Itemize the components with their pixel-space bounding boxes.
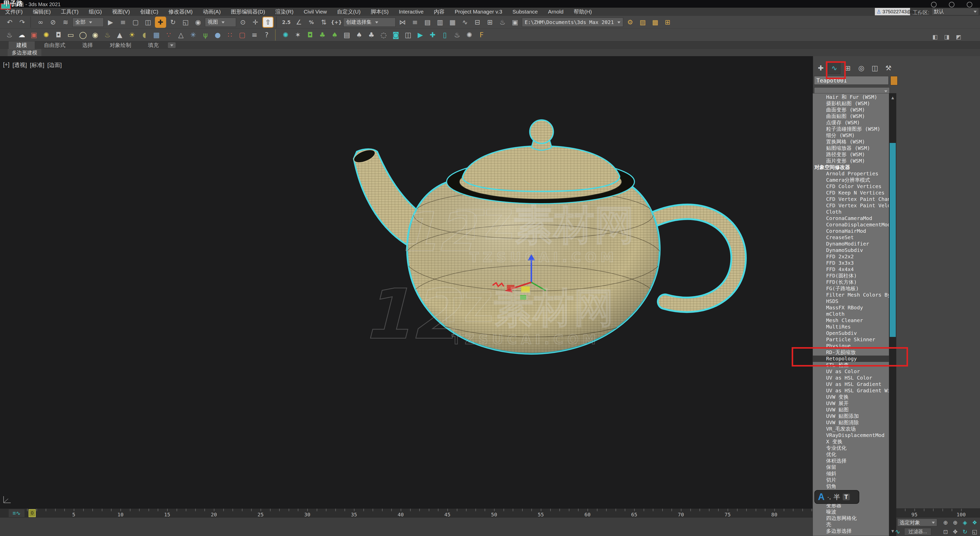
modifier-list-item[interactable]: 多边形选择: [813, 528, 889, 534]
pan-icon[interactable]: ✥: [951, 528, 959, 536]
viewport-label-segment[interactable]: [透视]: [13, 61, 27, 69]
modifier-list-item[interactable]: UVW 贴图清除: [813, 419, 889, 426]
zoom-all-icon[interactable]: ⊕: [951, 519, 959, 526]
modifier-list-item[interactable]: 切角: [813, 483, 889, 490]
select-place-icon[interactable]: ◉: [192, 17, 204, 28]
selected-objects-dropdown[interactable]: 选定对象: [897, 519, 937, 526]
menu-item[interactable]: 动画(A): [203, 8, 221, 15]
select-link-icon[interactable]: ∞: [35, 17, 46, 28]
cloud-icon[interactable]: ☁: [16, 30, 27, 40]
menu-item[interactable]: 创建(C): [140, 8, 158, 15]
modifier-list-item[interactable]: Particle Skinner: [813, 336, 889, 343]
modifier-list-item[interactable]: mCloth: [813, 311, 889, 317]
ref-coord-dropdown[interactable]: 视图: [205, 17, 236, 27]
modifier-list-item[interactable]: MultiRes: [813, 324, 889, 330]
modifier-list-item[interactable]: UV as HSL Gradient: [813, 381, 889, 388]
select-manipulate-icon[interactable]: ✛: [250, 17, 261, 28]
modifier-list-item[interactable]: CFD Vertex Paint Channel: [813, 196, 889, 202]
modifier-list-item[interactable]: 专业优化: [813, 445, 889, 451]
modifier-list-item[interactable]: X 变换: [813, 439, 889, 445]
orbit-icon[interactable]: ↻: [961, 528, 969, 536]
curve-toggle-icon[interactable]: ≡∿: [9, 509, 24, 517]
teapot-icon[interactable]: ♨: [4, 30, 15, 40]
modifier-list-item[interactable]: 噪波: [813, 509, 889, 515]
layout-1-icon[interactable]: ◧: [931, 33, 939, 40]
modifier-list-item[interactable]: FFD 2x2x2: [813, 253, 889, 260]
menu-item[interactable]: 自定义(U): [337, 8, 361, 15]
spinner-snap-icon[interactable]: ⇅: [318, 17, 329, 28]
window-crossing-icon[interactable]: ◫: [142, 17, 154, 28]
grass-icon[interactable]: ψ: [200, 30, 211, 40]
restore-button[interactable]: [949, 2, 955, 7]
render-preset-icon[interactable]: ⚙: [625, 17, 636, 28]
render-batch-icon[interactable]: ▨: [637, 17, 648, 28]
snap-25-icon[interactable]: 2.5: [281, 17, 292, 28]
ribbon-toggle-icon[interactable]: ▦: [447, 17, 458, 28]
time-slider[interactable]: 0: [29, 509, 36, 517]
bulb-teal-icon[interactable]: ✺: [280, 30, 291, 40]
ribbon-tab[interactable]: 填充: [140, 41, 166, 49]
object-name-field[interactable]: Teapot001: [814, 76, 889, 85]
screen-play-icon[interactable]: ▶: [415, 30, 426, 40]
modifier-list-item[interactable]: CFD Vertex Paint Velocity: [813, 202, 889, 209]
modifier-list-item[interactable]: UVW 贴图添加: [813, 413, 889, 419]
percent-snap-icon[interactable]: %: [306, 17, 317, 28]
render-setup-icon[interactable]: ♨: [497, 17, 508, 28]
modifier-list-item[interactable]: OpenSubdiv: [813, 330, 889, 336]
ime-toolbar[interactable]: A ·, 半 T: [815, 491, 859, 503]
modifier-list-item[interactable]: FFD 4x4x4: [813, 266, 889, 273]
modifier-list-item[interactable]: Camera分辨率模式: [813, 177, 889, 183]
rect-region-icon[interactable]: ▢: [130, 17, 141, 28]
lightbox-icon[interactable]: ▭: [65, 30, 76, 40]
named-selection-dropdown[interactable]: 创建选择集: [343, 17, 396, 27]
menu-item[interactable]: 组(G): [89, 8, 102, 15]
minimize-button[interactable]: [931, 2, 937, 7]
ime-skin-icon[interactable]: T: [843, 494, 850, 500]
modifier-list-item[interactable]: CoronaCameraMod: [813, 215, 889, 221]
select-by-name-icon[interactable]: ≡: [118, 17, 129, 28]
forest-icon[interactable]: ♠: [329, 30, 340, 40]
toolbar-separator[interactable]: [276, 17, 278, 28]
modifier-list-item[interactable]: 四边形网格化: [813, 515, 889, 522]
zoom-extents-icon[interactable]: ◈: [961, 519, 969, 526]
account-chip[interactable]: ♙ 375022743@q...: [875, 8, 910, 15]
modifier-list-item[interactable]: FFD 3x3x3: [813, 260, 889, 266]
modifier-list-item[interactable]: 细分 (WSM): [813, 132, 889, 138]
select-rotate-icon[interactable]: ↻: [167, 17, 179, 28]
sun-icon[interactable]: ☀: [127, 30, 137, 40]
modifier-list-item[interactable]: 体积选择: [813, 458, 889, 464]
camera-b-icon[interactable]: ◙: [390, 30, 401, 40]
scene-explorer-icon[interactable]: ▤: [422, 17, 433, 28]
quad-spheres-icon[interactable]: ∷: [224, 30, 235, 40]
modifier-list-item[interactable]: UVW 变换: [813, 394, 889, 400]
layout-2-icon[interactable]: ◨: [943, 33, 951, 40]
ring-icon[interactable]: ◌: [378, 30, 389, 40]
teapot2-icon[interactable]: ♨: [452, 30, 463, 40]
f-pixel-icon[interactable]: F: [476, 30, 487, 40]
render-queue-icon[interactable]: ⊞: [662, 17, 673, 28]
workspace-dropdown[interactable]: 默认: [932, 8, 979, 15]
modifier-list-item[interactable]: 曲面贴图 (WSM): [813, 113, 889, 119]
tab-create[interactable]: ✚: [815, 62, 827, 74]
modifier-list-item[interactable]: 粒子流碰撞图形 (WSM): [813, 126, 889, 132]
tab-display[interactable]: ◫: [869, 62, 881, 74]
menu-item[interactable]: Interactive: [399, 9, 424, 15]
modifier-list-item[interactable]: Mesh Cleaner: [813, 317, 889, 324]
schematic-view-icon[interactable]: ⊞: [484, 17, 496, 28]
key-mode-toggle-icon[interactable]: ∿: [893, 528, 902, 536]
menu-item[interactable]: 渲染(R): [275, 8, 293, 15]
sphere-icon[interactable]: ●: [212, 30, 223, 40]
ribbon-tab[interactable]: 建模: [9, 41, 35, 49]
redo-icon[interactable]: ↷: [17, 17, 28, 28]
modifier-list-item[interactable]: VR_毛发农场: [813, 426, 889, 432]
panel-icon[interactable]: ▯: [439, 30, 450, 40]
ime-fullhalf-toggle[interactable]: 半: [834, 493, 840, 501]
help-icon[interactable]: ?: [261, 30, 272, 40]
modifier-list-item[interactable]: CoronaDisplacementMod: [813, 221, 889, 228]
bulb-gear-icon[interactable]: ✺: [464, 30, 475, 40]
viewport-label-segment[interactable]: [边面]: [48, 61, 62, 69]
menu-item[interactable]: Substance: [512, 9, 538, 15]
modifier-list-item[interactable]: 点缓存 (WSM): [813, 119, 889, 126]
modifier-list-item[interactable]: VRayDisplacementMod: [813, 432, 889, 439]
select-move-icon[interactable]: ✚: [155, 17, 166, 28]
